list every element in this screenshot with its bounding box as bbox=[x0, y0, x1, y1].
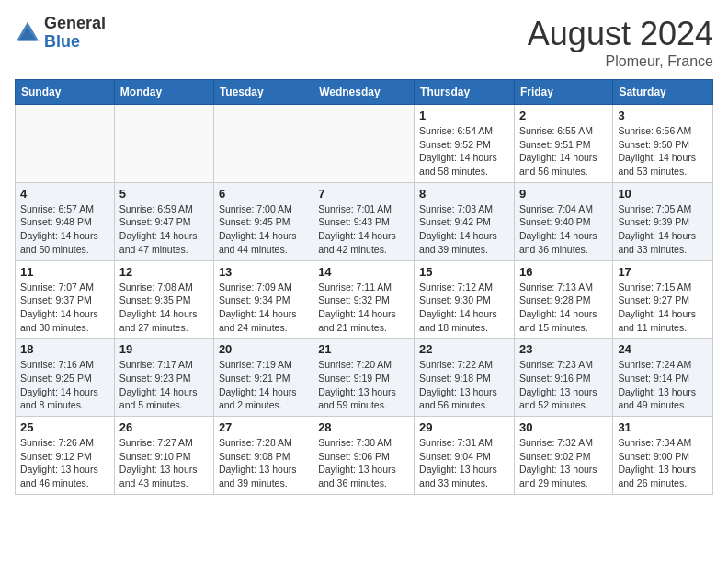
day-info: Sunrise: 7:13 AM Sunset: 9:28 PM Dayligh… bbox=[519, 281, 608, 335]
calendar-week-3: 11Sunrise: 7:07 AM Sunset: 9:37 PM Dayli… bbox=[16, 260, 713, 339]
day-number: 20 bbox=[219, 342, 308, 356]
day-number: 7 bbox=[318, 187, 409, 201]
calendar-cell: 31Sunrise: 7:34 AM Sunset: 9:00 PM Dayli… bbox=[613, 417, 713, 495]
calendar-table: SundayMondayTuesdayWednesdayThursdayFrid… bbox=[15, 79, 713, 495]
day-number: 21 bbox=[318, 342, 409, 356]
day-info: Sunrise: 7:05 AM Sunset: 9:39 PM Dayligh… bbox=[618, 202, 708, 257]
day-info: Sunrise: 7:00 AM Sunset: 9:45 PM Dayligh… bbox=[219, 202, 308, 257]
day-info: Sunrise: 7:01 AM Sunset: 9:43 PM Dayligh… bbox=[318, 202, 409, 257]
calendar-cell: 17Sunrise: 7:15 AM Sunset: 9:27 PM Dayli… bbox=[613, 260, 713, 339]
day-info: Sunrise: 7:27 AM Sunset: 9:10 PM Dayligh… bbox=[119, 436, 209, 490]
day-number: 24 bbox=[618, 342, 708, 356]
calendar-cell: 27Sunrise: 7:28 AM Sunset: 9:08 PM Dayli… bbox=[213, 417, 313, 495]
weekday-header-sunday: Sunday bbox=[16, 80, 115, 105]
day-info: Sunrise: 7:34 AM Sunset: 9:00 PM Dayligh… bbox=[618, 436, 708, 490]
day-number: 29 bbox=[419, 420, 509, 434]
day-number: 30 bbox=[519, 420, 608, 434]
day-info: Sunrise: 7:30 AM Sunset: 9:06 PM Dayligh… bbox=[318, 436, 409, 490]
day-info: Sunrise: 7:12 AM Sunset: 9:30 PM Dayligh… bbox=[419, 281, 509, 335]
day-info: Sunrise: 7:15 AM Sunset: 9:27 PM Dayligh… bbox=[618, 281, 708, 335]
day-info: Sunrise: 7:08 AM Sunset: 9:35 PM Dayligh… bbox=[119, 281, 209, 335]
weekday-header-monday: Monday bbox=[114, 80, 213, 105]
calendar-cell: 22Sunrise: 7:22 AM Sunset: 9:18 PM Dayli… bbox=[415, 339, 515, 417]
calendar-subtitle: Plomeur, France bbox=[528, 53, 713, 70]
calendar-week-5: 25Sunrise: 7:26 AM Sunset: 9:12 PM Dayli… bbox=[16, 417, 713, 495]
calendar-cell bbox=[213, 105, 313, 183]
calendar-cell: 13Sunrise: 7:09 AM Sunset: 9:34 PM Dayli… bbox=[213, 260, 313, 339]
day-number: 5 bbox=[119, 187, 209, 201]
day-number: 1 bbox=[419, 109, 509, 122]
day-info: Sunrise: 6:59 AM Sunset: 9:47 PM Dayligh… bbox=[119, 202, 209, 257]
logo-icon bbox=[15, 20, 40, 46]
calendar-cell: 8Sunrise: 7:03 AM Sunset: 9:42 PM Daylig… bbox=[415, 182, 515, 260]
day-info: Sunrise: 7:17 AM Sunset: 9:23 PM Dayligh… bbox=[119, 358, 209, 412]
weekday-header-tuesday: Tuesday bbox=[213, 80, 313, 105]
logo-text: General Blue bbox=[44, 15, 106, 52]
day-number: 9 bbox=[519, 187, 608, 201]
day-info: Sunrise: 7:09 AM Sunset: 9:34 PM Dayligh… bbox=[219, 281, 308, 335]
day-number: 8 bbox=[419, 187, 509, 201]
day-info: Sunrise: 7:07 AM Sunset: 9:37 PM Dayligh… bbox=[20, 281, 109, 335]
calendar-cell: 4Sunrise: 6:57 AM Sunset: 9:48 PM Daylig… bbox=[16, 182, 115, 260]
day-info: Sunrise: 7:26 AM Sunset: 9:12 PM Dayligh… bbox=[20, 436, 109, 490]
day-number: 22 bbox=[419, 342, 509, 356]
day-info: Sunrise: 7:24 AM Sunset: 9:14 PM Dayligh… bbox=[618, 358, 708, 412]
calendar-cell bbox=[114, 105, 213, 183]
weekday-header-thursday: Thursday bbox=[415, 80, 515, 105]
day-number: 18 bbox=[20, 342, 109, 356]
day-number: 19 bbox=[119, 342, 209, 356]
calendar-cell: 12Sunrise: 7:08 AM Sunset: 9:35 PM Dayli… bbox=[114, 260, 213, 339]
day-info: Sunrise: 7:11 AM Sunset: 9:32 PM Dayligh… bbox=[318, 281, 409, 335]
calendar-cell: 7Sunrise: 7:01 AM Sunset: 9:43 PM Daylig… bbox=[313, 182, 415, 260]
logo: General Blue bbox=[15, 15, 106, 52]
calendar-cell: 1Sunrise: 6:54 AM Sunset: 9:52 PM Daylig… bbox=[415, 105, 515, 183]
weekday-header-row: SundayMondayTuesdayWednesdayThursdayFrid… bbox=[16, 80, 713, 105]
calendar-cell: 23Sunrise: 7:23 AM Sunset: 9:16 PM Dayli… bbox=[514, 339, 612, 417]
calendar-title: August 2024 bbox=[528, 15, 713, 53]
day-number: 4 bbox=[20, 187, 109, 201]
calendar-cell: 21Sunrise: 7:20 AM Sunset: 9:19 PM Dayli… bbox=[313, 339, 415, 417]
day-info: Sunrise: 6:54 AM Sunset: 9:52 PM Dayligh… bbox=[419, 124, 509, 178]
calendar-cell: 28Sunrise: 7:30 AM Sunset: 9:06 PM Dayli… bbox=[313, 417, 415, 495]
calendar-cell: 3Sunrise: 6:56 AM Sunset: 9:50 PM Daylig… bbox=[613, 105, 713, 183]
calendar-week-4: 18Sunrise: 7:16 AM Sunset: 9:25 PM Dayli… bbox=[16, 339, 713, 417]
day-number: 28 bbox=[318, 420, 409, 434]
calendar-cell bbox=[313, 105, 415, 183]
calendar-cell: 19Sunrise: 7:17 AM Sunset: 9:23 PM Dayli… bbox=[114, 339, 213, 417]
day-number: 10 bbox=[618, 187, 708, 201]
day-info: Sunrise: 7:28 AM Sunset: 9:08 PM Dayligh… bbox=[219, 436, 308, 490]
calendar-week-2: 4Sunrise: 6:57 AM Sunset: 9:48 PM Daylig… bbox=[16, 182, 713, 260]
day-info: Sunrise: 6:57 AM Sunset: 9:48 PM Dayligh… bbox=[20, 202, 109, 257]
day-info: Sunrise: 6:55 AM Sunset: 9:51 PM Dayligh… bbox=[519, 124, 608, 178]
calendar-cell bbox=[16, 105, 115, 183]
calendar-cell: 11Sunrise: 7:07 AM Sunset: 9:37 PM Dayli… bbox=[16, 260, 115, 339]
day-info: Sunrise: 7:04 AM Sunset: 9:40 PM Dayligh… bbox=[519, 202, 608, 257]
calendar-cell: 5Sunrise: 6:59 AM Sunset: 9:47 PM Daylig… bbox=[114, 182, 213, 260]
calendar-cell: 15Sunrise: 7:12 AM Sunset: 9:30 PM Dayli… bbox=[415, 260, 515, 339]
day-number: 2 bbox=[519, 109, 608, 122]
page-header: General Blue August 2024 Plomeur, France bbox=[15, 15, 713, 70]
calendar-cell: 29Sunrise: 7:31 AM Sunset: 9:04 PM Dayli… bbox=[415, 417, 515, 495]
calendar-cell: 20Sunrise: 7:19 AM Sunset: 9:21 PM Dayli… bbox=[213, 339, 313, 417]
logo-blue-text: Blue bbox=[44, 33, 106, 52]
weekday-header-wednesday: Wednesday bbox=[313, 80, 415, 105]
day-number: 15 bbox=[419, 265, 509, 279]
calendar-cell: 26Sunrise: 7:27 AM Sunset: 9:10 PM Dayli… bbox=[114, 417, 213, 495]
logo-general-text: General bbox=[44, 15, 106, 33]
day-number: 13 bbox=[219, 265, 308, 279]
calendar-cell: 18Sunrise: 7:16 AM Sunset: 9:25 PM Dayli… bbox=[16, 339, 115, 417]
day-info: Sunrise: 7:16 AM Sunset: 9:25 PM Dayligh… bbox=[20, 358, 109, 412]
day-info: Sunrise: 7:03 AM Sunset: 9:42 PM Dayligh… bbox=[419, 202, 509, 257]
calendar-cell: 6Sunrise: 7:00 AM Sunset: 9:45 PM Daylig… bbox=[213, 182, 313, 260]
day-info: Sunrise: 7:32 AM Sunset: 9:02 PM Dayligh… bbox=[519, 436, 608, 490]
day-info: Sunrise: 7:22 AM Sunset: 9:18 PM Dayligh… bbox=[419, 358, 509, 412]
title-section: August 2024 Plomeur, France bbox=[528, 15, 713, 70]
calendar-cell: 24Sunrise: 7:24 AM Sunset: 9:14 PM Dayli… bbox=[613, 339, 713, 417]
day-number: 27 bbox=[219, 420, 308, 434]
day-number: 14 bbox=[318, 265, 409, 279]
calendar-cell: 25Sunrise: 7:26 AM Sunset: 9:12 PM Dayli… bbox=[16, 417, 115, 495]
calendar-cell: 16Sunrise: 7:13 AM Sunset: 9:28 PM Dayli… bbox=[514, 260, 612, 339]
weekday-header-saturday: Saturday bbox=[613, 80, 713, 105]
day-number: 31 bbox=[618, 420, 708, 434]
day-info: Sunrise: 7:20 AM Sunset: 9:19 PM Dayligh… bbox=[318, 358, 409, 412]
